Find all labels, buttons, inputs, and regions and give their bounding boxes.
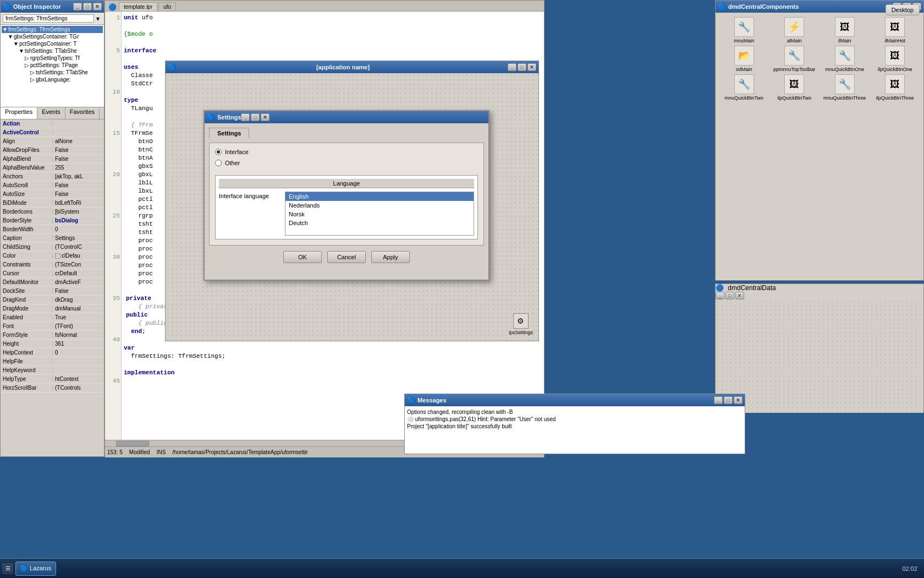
prop-childsizing: ChildSizing (TControlC [1,243,104,252]
radio-interface-dot [215,149,222,155]
settings-minimize[interactable]: _ [241,113,250,121]
prop-autoscroll: AutoScroll False [1,181,104,190]
object-selector[interactable]: frmSettings: TfrmSettings [3,14,94,23]
radio-interface[interactable]: Interface [215,149,478,155]
app-form-titlebar: 🔵 [application name] _ □ ✕ [166,61,538,73]
statusbar-state: Modified [129,449,150,455]
dialog-tab-settings[interactable]: Settings [209,128,249,138]
dmd-item-mnumain[interactable]: 🔧 mnuMain [720,17,768,43]
prop-helptype: HelpType htContext [1,375,104,384]
obj-inspector-title: Object Inspector [13,3,61,10]
lang-option-deutch[interactable]: Deutch [285,219,474,227]
mnuquickone-icon: 🔧 [835,46,855,66]
editor-tab-ufo[interactable]: ufo [158,2,176,11]
statusbar-path: /home/tamas/Projects/Lazarus/TemplateApp… [172,449,307,455]
ilmainhot-icon: 🖼 [885,17,905,37]
odmain-icon: 📂 [734,46,754,66]
dmd-item-almain[interactable]: ⚡ alMain [771,17,819,43]
prop-action: Action [1,119,104,128]
ilpquickthree-icon: 🖼 [885,74,905,94]
tree-item-gbxlang[interactable]: ▷gbxLanguage: [2,76,103,83]
language-group-title: Language [219,179,474,188]
settings-maximize[interactable]: □ [251,113,260,121]
ilpquickthree-label: ilpQuickBtnThree [876,95,914,101]
dmd-data-close[interactable]: ✕ [735,292,744,299]
ilpquicktwo-icon: 🖼 [784,74,804,94]
mnumain-icon: 🔧 [734,17,754,37]
dmd-grid: 🔧 mnuMain ⚡ alMain 🖼 ilMain 🖼 ilMainHot … [716,13,923,105]
prop-font: Font (TFont) [1,322,104,331]
app-form-maximize[interactable]: □ [518,63,526,71]
tree-item-tsht2[interactable]: ▷tshSettings: TTabShe [2,69,103,76]
tree-item-pct[interactable]: ▼pctSettingsContainer: T [2,40,103,47]
properties-tabs: Properties Events Favorites R [1,107,104,119]
mnuquickthree-icon: 🔧 [835,74,855,94]
lang-option-norsk[interactable]: Norsk [285,210,474,219]
prop-caption: Caption Settings [1,234,104,243]
dmd-data-minimize[interactable]: _ [716,292,724,299]
prop-activecontrol: ActiveControl [1,128,104,137]
taskbar-start-area: ☰ [2,563,13,574]
tab-events[interactable]: Events [37,107,65,119]
prop-height: Height 361 [1,340,104,348]
tree-item-pctl[interactable]: ▷pctlSettings: TPage [2,62,103,69]
dmd-data-panel: 🔵 dmdCentralData _ □ ✕ [715,283,924,410]
editor-tab-template[interactable]: template.lpr [119,2,157,11]
app-form-close[interactable]: ✕ [527,63,536,71]
prop-helpfile: HelpFile [1,357,104,366]
messages-minimize[interactable]: _ [714,396,723,404]
prop-allowdropfiles: AllowDropFiles False [1,146,104,155]
tree-item-tsh[interactable]: ▼tshSettings: TTabShe [2,47,103,54]
oi-minimize-btn[interactable]: _ [73,3,82,10]
messages-maximize[interactable]: □ [724,396,733,404]
odmain-label: odMain [736,67,752,72]
dmd-data-maximize[interactable]: □ [725,292,734,299]
dmd-item-ilpquickthree[interactable]: 🖼 ilpQuickBtnThree [871,74,920,101]
settings-close[interactable]: ✕ [261,113,270,121]
app-form-minimize[interactable]: _ [508,63,516,71]
messages-panel: 🔵 Messages _ □ ✕ Options changed, recomp… [404,394,745,454]
language-list[interactable]: English Nederlands Norsk Deutch [285,192,474,236]
object-selector-dropdown[interactable]: ▾ [94,15,102,23]
dmd-item-ppmnu[interactable]: 🔧 ppmnnuTopToolbar [771,46,819,72]
taskbar-lazarus-label: 🔵 Lazarus [20,565,51,572]
tree-item-rgrp[interactable]: ▷rgrpSettingTypes: Tf [2,54,103,62]
tab-properties[interactable]: Properties [1,107,37,119]
ips-settings-icon: ⚙ [513,313,529,329]
dmd-item-mnuquicktwo[interactable]: 🔧 mnuQuickBtnTwo [720,74,768,101]
language-group: Language Interface language English Nede… [215,175,478,239]
dmd-item-odmain[interactable]: 📂 odMain [720,46,768,72]
lang-label: Interface language [219,192,279,199]
lang-option-nederlands[interactable]: Nederlands [285,201,474,210]
msg-line-2: ⚪ uformsettings.pas(32,61) Hint: Paramet… [407,416,743,423]
messages-close[interactable]: ✕ [734,396,743,404]
oi-close-btn[interactable]: ✕ [93,3,102,10]
mnuquickthree-label: mnuQuickBtnThree [823,95,866,101]
taskbar-lazarus-btn[interactable]: 🔵 Lazarus [15,561,56,576]
lang-option-english[interactable]: English [285,192,474,201]
dmd-item-mnuquickone[interactable]: 🔧 mnuQuickBtnOne [821,46,869,72]
msg-line-3: Project "[application title]" successful… [407,423,743,430]
cancel-button[interactable]: Cancel [327,251,366,263]
dmd-item-ilmainhot[interactable]: 🖼 ilMainHot [871,17,920,43]
prop-dragmode: DragMode dmManual [1,304,104,313]
prop-alphablendvalue: AlphaBlendValue 255 [1,163,104,172]
tab-favorites[interactable]: Favorites [65,107,100,119]
taskbar-menu-icon[interactable]: ☰ [2,563,13,574]
radio-other[interactable]: Other [215,160,478,166]
dmd-item-mnuquickthree[interactable]: 🔧 mnuQuickBtnThree [821,74,869,101]
dmd-item-ilmain[interactable]: 🖼 ilMain [821,17,869,43]
tree-item-gbx[interactable]: ▼gbxSettingsContainer: TGr [2,33,103,40]
radio-interface-label: Interface [225,149,249,155]
desktop-button[interactable]: Desktop [886,4,920,15]
dmd-item-ilpquickone[interactable]: 🖼 ilpQuickBtnOne [871,46,920,72]
dmd-item-ilpquicktwo[interactable]: 🖼 ilpQuickBtnTwo [771,74,819,101]
prop-helpcontext: HelpContext 0 [1,348,104,357]
ok-button[interactable]: OK [283,251,322,263]
oi-maximize-btn[interactable]: □ [83,3,92,10]
app-form-title: [application name] [178,64,508,70]
settings-dialog-titlebar: 🔵 Settings _ □ ✕ [205,111,488,123]
apply-button[interactable]: Apply [371,251,410,263]
tree-item-frmsettings[interactable]: ▼frmSettings: TfrmSettings [2,26,103,33]
hscrollbar-thumb[interactable] [116,441,149,446]
